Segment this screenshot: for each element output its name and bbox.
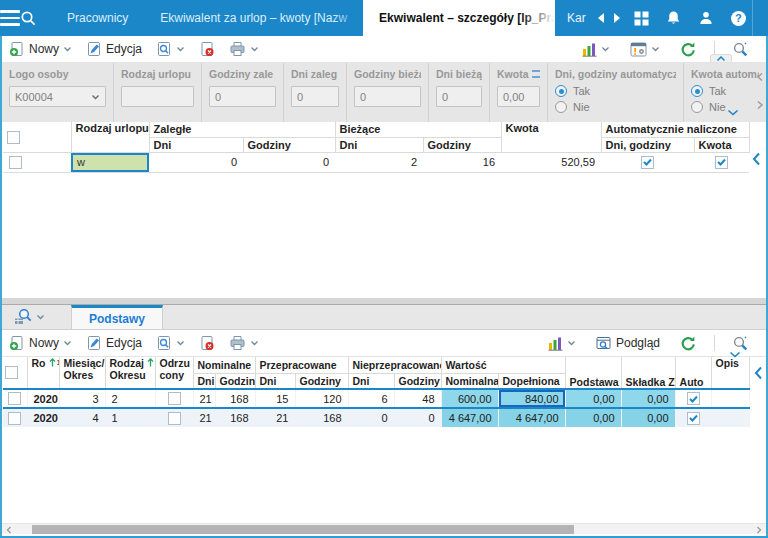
select-all-checkbox[interactable] <box>5 366 18 379</box>
splitter[interactable] <box>2 298 766 305</box>
prze-dni-cell[interactable]: 21 <box>255 408 295 427</box>
row-checkbox[interactable] <box>8 412 21 425</box>
menu-icon[interactable] <box>0 0 20 36</box>
new-button[interactable]: Nowy <box>2 333 79 353</box>
column-group-auto-naliczone[interactable]: Automatycznie naliczone <box>601 122 749 137</box>
tab-podstawy[interactable]: Podstawy <box>71 305 163 329</box>
column-scroll-left-icon[interactable] <box>752 152 761 166</box>
nie-godziny-cell[interactable]: 0 <box>394 408 441 427</box>
column-header-biezace-dni[interactable]: Dni <box>335 137 423 152</box>
column-group-zalegle[interactable]: Zaległe <box>149 122 335 137</box>
rodzaj-okresu-cell[interactable]: 2 <box>105 389 155 408</box>
column-header-biezace-godziny[interactable]: Godziny <box>423 137 501 152</box>
logo-osoby-select[interactable]: K00004 <box>9 86 106 107</box>
help-icon[interactable]: ? <box>731 11 746 26</box>
biezace-dni-cell[interactable]: 2 <box>335 152 423 172</box>
tab-scroll-left-icon[interactable] <box>598 13 604 23</box>
column-header-miesiac-okres[interactable]: Miesiąc/Okres <box>59 357 105 389</box>
column-header-nom-dni[interactable]: Dni <box>193 373 215 389</box>
delete-button[interactable] <box>192 39 222 59</box>
dni-godziny-auto-radio-nie[interactable]: Nie <box>555 101 676 113</box>
rodzaj-okresu-cell[interactable]: 1 <box>105 408 155 427</box>
dni-zalegle-input[interactable]: 0 <box>291 86 339 107</box>
column-header-skladka-zus[interactable]: Składka ZUS <box>621 357 675 389</box>
column-header-dopelniona[interactable]: Dopełniona <box>498 373 565 389</box>
column-header-auto[interactable]: Auto <box>675 357 711 389</box>
tab-pracownicy[interactable]: Pracownicy <box>51 0 144 36</box>
chart-button[interactable] <box>541 334 583 353</box>
prze-godziny-cell[interactable]: 120 <box>295 389 348 408</box>
rok-cell[interactable]: 2020 <box>27 408 59 427</box>
opis-cell[interactable] <box>711 408 749 427</box>
odrzucony-checkbox[interactable] <box>168 412 181 425</box>
column-header-zalegle-godziny[interactable]: Godziny <box>243 137 335 152</box>
print-button[interactable] <box>222 39 266 59</box>
nom-godziny-cell[interactable]: 168 <box>215 408 255 427</box>
delete-button[interactable] <box>192 333 222 353</box>
tab-scroll-right-icon[interactable] <box>614 13 620 23</box>
edit-button[interactable]: Edycja <box>79 333 149 353</box>
column-group-wartosc[interactable]: Wartość <box>441 357 565 373</box>
find-button[interactable] <box>149 333 192 353</box>
organizer-button[interactable] <box>623 40 667 59</box>
chart-button[interactable] <box>575 40 617 59</box>
column-group-nieprzepracowane[interactable]: Nieprzepracowane <box>348 357 441 373</box>
collapse-filter-down-icon[interactable] <box>722 108 744 116</box>
find-button[interactable] <box>149 39 192 59</box>
podstawa-cell[interactable]: 0,00 <box>565 408 621 427</box>
biezace-godziny-cell[interactable]: 16 <box>423 152 501 172</box>
podstawa-cell[interactable]: 0,00 <box>565 389 621 408</box>
tab-ekwiwalent-szczegoly[interactable]: Ekwiwalent – szczegóły [lp_PracEk <box>363 0 555 36</box>
apps-icon[interactable] <box>634 11 649 26</box>
refresh-button[interactable] <box>673 333 704 354</box>
filter-scroll-left-icon[interactable] <box>756 72 764 82</box>
column-header-prze-godziny[interactable]: Godziny <box>295 373 348 389</box>
row-checkbox[interactable] <box>8 392 21 405</box>
auto-checkbox[interactable] <box>687 412 700 425</box>
column-header-auto-kwota[interactable]: Kwota <box>694 137 749 152</box>
column-scroll-left-icon[interactable] <box>754 366 763 380</box>
zalegle-dni-cell[interactable]: 0 <box>149 152 243 172</box>
kwota-input[interactable]: 0,00 <box>497 86 540 107</box>
column-header-nominalna[interactable]: Nominalna <box>441 373 498 389</box>
column-header-podstawa[interactable]: Podstawa <box>565 357 621 389</box>
column-header-nie-dni[interactable]: Dni <box>348 373 394 389</box>
dopelniona-cell-focused[interactable]: 840,00 <box>498 389 565 408</box>
auto-kwota-checkbox[interactable] <box>715 156 728 169</box>
user-icon[interactable] <box>698 10 714 26</box>
column-group-biezace[interactable]: Bieżące <box>335 122 501 137</box>
kwota-cell[interactable]: 520,59 <box>501 152 601 172</box>
rodzaj-urlopu-input[interactable] <box>121 86 194 107</box>
search-icon[interactable] <box>20 0 37 36</box>
nie-dni-cell[interactable]: 0 <box>348 408 394 427</box>
prze-dni-cell[interactable]: 15 <box>255 389 295 408</box>
scrollbar-thumb[interactable] <box>32 525 574 534</box>
scroll-right-icon[interactable] <box>752 524 766 535</box>
godziny-biezace-input[interactable]: 0 <box>354 86 421 107</box>
column-header-nom-godziny[interactable]: Godziny <box>215 373 255 389</box>
row-checkbox[interactable] <box>9 156 22 169</box>
miesiac-cell[interactable]: 3 <box>59 389 105 408</box>
dopelniona-cell[interactable]: 4 647,00 <box>498 408 565 427</box>
preview-panel-button[interactable] <box>2 308 53 329</box>
nom-godziny-cell[interactable]: 168 <box>215 389 255 408</box>
opis-cell[interactable] <box>711 389 749 408</box>
nom-dni-cell[interactable]: 21 <box>193 389 215 408</box>
nie-godziny-cell[interactable]: 48 <box>394 389 441 408</box>
preview-button[interactable]: Podgląd <box>589 334 667 352</box>
godziny-zalegle-input[interactable]: 0 <box>209 86 276 107</box>
miesiac-cell[interactable]: 4 <box>59 408 105 427</box>
nominalna-cell[interactable]: 4 647,00 <box>441 408 498 427</box>
edit-button[interactable]: Edycja <box>79 39 149 59</box>
filter-scroll-right-icon[interactable] <box>756 100 764 110</box>
rok-cell[interactable]: 2020 <box>27 389 59 408</box>
auto-checkbox[interactable] <box>687 392 700 405</box>
collapse-filter-up-icon[interactable] <box>710 54 732 62</box>
bell-icon[interactable] <box>666 10 681 26</box>
auto-dni-godziny-checkbox[interactable] <box>641 156 654 169</box>
column-header-auto-dni-godziny[interactable]: Dni, godziny <box>601 137 694 152</box>
refresh-button[interactable] <box>673 39 704 60</box>
dni-biezace-input[interactable]: 0 <box>436 86 482 107</box>
scroll-left-icon[interactable] <box>2 524 16 535</box>
dni-godziny-auto-radio-tak[interactable]: Tak <box>555 85 676 97</box>
